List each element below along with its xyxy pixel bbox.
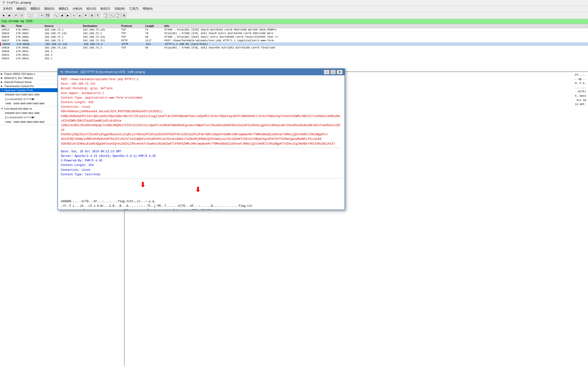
popup-minimize[interactable]: ─ xyxy=(324,70,329,74)
packet-row[interactable]: 18917170.6008…192.168.72.1192.168.72.131… xyxy=(0,39,588,42)
popup-decoded-line: d4b800......U|TO...kF...:........flag.tx… xyxy=(61,199,342,204)
col-time: Time xyxy=(14,24,43,27)
toolbar-list[interactable]: ≣ xyxy=(89,13,94,18)
popup-maximize[interactable]: □ xyxy=(331,70,336,74)
popup-separator-2 xyxy=(61,178,342,179)
toolbar-para[interactable]: ¶ xyxy=(95,13,100,18)
toolbar-go[interactable]: ≡ xyxy=(71,13,76,18)
toolbar-zoom-reset[interactable]: 🔍= xyxy=(115,13,120,18)
menu-item-f[interactable]: 文件(F) xyxy=(1,6,14,11)
menu-item-h[interactable]: 帮助(H) xyxy=(141,6,154,11)
popup-content: POST /dvwa/hackable/uploads/test.php HTT… xyxy=(58,75,345,210)
popup-window: 🦈 Wireshark · 追踪 HTTP 流 (tcp.stream eq 1… xyxy=(58,68,345,210)
packet-row[interactable]: 18916170.6006…192.168.72.1192.168.72.131… xyxy=(0,35,588,39)
expand-icon: ▶ xyxy=(1,73,3,75)
toolbar-down[interactable]: ▼ xyxy=(83,13,88,18)
cell-destination xyxy=(81,50,120,53)
cell-no: 18917 xyxy=(0,39,14,42)
popup-request-line: Host: 192.168.72.131 xyxy=(61,82,342,86)
menu-item-g[interactable]: 跳转(G) xyxy=(42,6,56,11)
cell-protocol: TCP xyxy=(120,35,144,39)
cell-length xyxy=(144,53,163,57)
col-info: Info xyxy=(163,24,588,27)
cell-protocol: TCP xyxy=(120,46,144,49)
toolbar-cols[interactable]: ⊞ xyxy=(121,13,126,18)
toolbar-btn-1[interactable]: ■ xyxy=(1,13,6,18)
packet-row[interactable]: 18921170.6042…192.1 xyxy=(0,53,588,57)
toolbar-btn-2[interactable]: ▶ xyxy=(7,13,12,18)
packet-table-header: No. Time Source Destination Protocol Len… xyxy=(0,24,588,28)
toolbar-btn-3[interactable]: ↺ xyxy=(13,13,18,18)
popup-arrows: ⬇⬇ xyxy=(61,180,342,199)
toolbar-fwd[interactable]: ▶ xyxy=(65,13,70,18)
menu-item-v[interactable]: 视图(V) xyxy=(29,6,42,11)
cell-info xyxy=(163,53,588,57)
cell-info xyxy=(163,50,588,53)
cell-source: 192.1 xyxy=(43,53,81,57)
toolbar-search[interactable]: 🔍 xyxy=(53,13,59,18)
cell-time: 170.6029… xyxy=(15,42,44,46)
toolbar-zoom-in[interactable]: 🔍+ xyxy=(103,13,109,18)
popup-title: Wireshark · 追踪 HTTP 流 (tcp.stream eq 132… xyxy=(65,70,145,74)
hex-ascii: K..Date xyxy=(575,94,586,98)
menu-bar: 文件(F)编辑(E)视图(V)跳转(G)捕获(C)分析(A)统计(S)电话(Y)… xyxy=(0,6,588,12)
popup-request-line: Content-Type: application/x-www-form-url… xyxy=(61,96,342,100)
packet-row[interactable]: 18922170.6042…192.1 xyxy=(0,57,588,61)
window-title: traffic.pcapng xyxy=(7,1,31,5)
popup-close[interactable]: ✕ xyxy=(337,70,343,74)
cell-no: 18914 xyxy=(0,28,14,31)
cell-info: 57400 → http(80) [ACK] Seq=1 Ack=1 Win=6… xyxy=(163,35,588,39)
cell-time: 170.6042… xyxy=(14,57,43,60)
toolbar-btn-6[interactable]: 📄 xyxy=(33,13,38,18)
toolbar-btn-8[interactable]: 💾 xyxy=(45,13,50,18)
cell-destination: 192.168.72.1 xyxy=(82,42,120,46)
packet-row[interactable]: 18920170.6031…192.1 xyxy=(0,50,588,53)
cell-length: 66 xyxy=(144,35,163,39)
cell-no: 18916 xyxy=(0,35,14,39)
packet-row[interactable]: 18914170.6004…192.168.72.1192.168.72.131… xyxy=(0,28,588,32)
toolbar: ■ ▶ ↺ ⊙ 📋 📄 ✕ 💾 🔍 ◀ ▶ ≡ ▲ ▼ ≣ ¶ 🔍+ 🔍- 🔍=… xyxy=(0,12,588,19)
cell-info: http(80) → 57400 [SYN, ACK] Seq=0 Ack=1 … xyxy=(163,32,588,35)
menu-item-c[interactable]: 捕获(C) xyxy=(57,6,70,11)
packet-row[interactable]: 18919170.6030…192.168.72.131192.168.72.1… xyxy=(0,46,588,50)
popup-request-line: SUk9SOi8vIENhbiBib0b3QgUmVtbyhEQnVuZHZhZ… xyxy=(61,142,342,146)
cell-info: http(80) → 57400 [FIN, ACK] Seq=459 Ack=… xyxy=(163,46,588,49)
menu-item-e[interactable]: 编辑(E) xyxy=(15,6,28,11)
popup-request-line: %3B&i9b0bda93fc2d1=QGluaV9zZXQoImRpc3BsY… xyxy=(61,114,342,123)
col-protocol: Protocol xyxy=(120,24,144,27)
toolbar-zoom-out[interactable]: 🔍- xyxy=(109,13,115,18)
cell-destination: 192.168.72.1 xyxy=(81,46,120,49)
cell-length xyxy=(144,57,163,60)
popup-response-line: X-Powered-By: PHP/5.4.45 xyxy=(61,159,342,163)
cell-protocol: TCP xyxy=(120,28,144,31)
menu-item-y[interactable]: 电话(Y) xyxy=(98,6,112,11)
expand-icon: ▼ xyxy=(1,89,3,92)
popup-response-line: Connection: close xyxy=(61,168,342,172)
toolbar-up[interactable]: ▲ xyxy=(77,13,82,18)
menu-item-s[interactable]: 统计(S) xyxy=(85,6,98,11)
cell-source: 192.168.72.131 xyxy=(43,46,81,49)
filter-input[interactable]: tcp.stream eq 1325 xyxy=(1,20,587,23)
toolbar-btn-5[interactable]: 📋 xyxy=(27,13,32,18)
cell-time: 170.6004… xyxy=(14,32,43,35)
cell-length: 66 xyxy=(144,46,163,49)
menu-item-t[interactable]: 工具(T) xyxy=(127,6,140,11)
cell-destination: 192.168.72.131 xyxy=(81,35,120,39)
cell-info: HTTP/1.1 200 OK (text/html) xyxy=(164,42,588,46)
cell-no: 18915 xyxy=(0,32,14,35)
expand-icon: ▶ xyxy=(1,77,3,79)
menu-item-w[interactable]: 无线(W) xyxy=(112,6,126,11)
popup-response-line: Server: Apache/2.4.23 (Win32) OpenSSL/1.… xyxy=(61,154,342,159)
packet-row[interactable]: 18918170.6029…192.168.72.131192.168.72.1… xyxy=(0,42,588,46)
app-icon: 🦈 xyxy=(2,1,6,5)
cell-source: 192.168.72.131 xyxy=(43,32,81,35)
cell-length: 78 xyxy=(144,32,163,35)
toolbar-btn-4[interactable]: ⊙ xyxy=(19,13,24,18)
toolbar-back[interactable]: ◀ xyxy=(59,13,65,18)
menu-item-a[interactable]: 分析(A) xyxy=(71,6,84,11)
cell-length: 74 xyxy=(144,28,163,31)
packet-row[interactable]: 18915170.6004…192.168.72.131192.168.72.1… xyxy=(0,32,588,35)
toolbar-btn-7[interactable]: ✕ xyxy=(39,13,44,18)
cell-time: 170.6031… xyxy=(14,50,43,53)
hex-ascii: ....... xyxy=(575,86,586,90)
